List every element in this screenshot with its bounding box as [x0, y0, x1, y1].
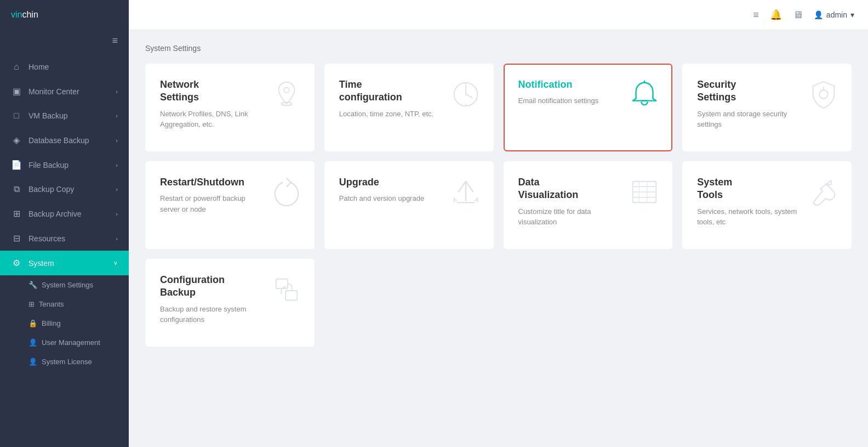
main-area: ≡ 🔔 🖥 👤 admin ▾ System Settings NetworkS… — [129, 0, 868, 447]
sidebar-item-label: Backup Copy — [28, 185, 116, 194]
card-configbackup-title: ConfigurationBackup — [160, 274, 265, 299]
resources-icon: ⊟ — [11, 233, 22, 244]
sidebar-item-resources[interactable]: ⊟ Resources › — [0, 226, 129, 251]
sidebar-sub-label: System License — [42, 358, 92, 366]
card-system-tools[interactable]: SystemTools Services, network tools, sys… — [682, 161, 852, 249]
card-time-desc: Location, time zone, NTP, etc. — [339, 109, 444, 120]
card-restart-desc: Restart or poweroff backup server or nod… — [160, 193, 265, 214]
sidebar-item-label: File Backup — [28, 161, 116, 169]
card-security-text: SecuritySettings System and storage secu… — [697, 78, 802, 130]
sidebar-item-db-backup[interactable]: ◈ Database Backup › — [0, 128, 129, 152]
sidebar-item-label: Resources — [28, 234, 116, 243]
card-network-title: NetworkSettings — [160, 78, 265, 104]
svg-point-1 — [284, 87, 289, 93]
card-notification[interactable]: Notification Email notification settings — [504, 64, 673, 151]
card-time-config[interactable]: Timeconfiguration Location, time zone, N… — [324, 64, 494, 151]
billing-icon: 🔒 — [28, 319, 37, 327]
card-dataviz-desc: Customize title for data visualization — [518, 206, 624, 228]
sidebar-nav: ⌂ Home ▣ Monitor Center › □ VM Backup › … — [0, 55, 129, 447]
sidebar-item-label: System — [28, 259, 113, 268]
sidebar-sub-label: System Settings — [42, 281, 93, 289]
home-icon: ⌂ — [11, 62, 22, 72]
sidebar-item-system-license[interactable]: 👤 System License — [0, 352, 129, 371]
sidebar-item-user-management[interactable]: 👤 User Management — [0, 333, 129, 352]
svg-rect-19 — [285, 291, 297, 300]
user-mgmt-icon: 👤 — [28, 338, 37, 347]
card-restart-title: Restart/Shutdown — [160, 176, 265, 189]
wrench-icon: 🔧 — [28, 281, 37, 289]
svg-line-4 — [466, 94, 472, 98]
sidebar-toggle-area: ≡ — [0, 30, 129, 55]
chevron-right-icon: › — [116, 235, 118, 242]
card-configbackup-desc: Backup and restore system configurations — [160, 304, 265, 325]
chevron-right-icon: › — [116, 162, 118, 168]
list-icon[interactable]: ≡ — [753, 9, 759, 21]
monitor-icon: ▣ — [11, 86, 22, 97]
user-icon: 👤 — [814, 10, 823, 19]
card-data-visualization[interactable]: DataVisualization Customize title for da… — [504, 161, 673, 249]
card-upgrade[interactable]: Upgrade Patch and version upgrade — [324, 161, 494, 249]
card-systemtools-title: SystemTools — [697, 176, 802, 202]
sidebar-item-file-backup[interactable]: 📄 File Backup › — [0, 152, 129, 177]
card-upgrade-title: Upgrade — [339, 176, 444, 189]
vm-icon: □ — [11, 111, 22, 121]
sidebar-item-backup-archive[interactable]: ⊞ Backup Archive › — [0, 201, 129, 226]
logo: vinchin — [0, 0, 129, 30]
card-network-desc: Network Profiles, DNS, Link Aggregation,… — [160, 109, 265, 130]
tools-icon — [808, 176, 840, 214]
config-backup-icon — [271, 274, 302, 312]
sidebar-item-label: Monitor Center — [28, 87, 116, 96]
location-icon — [271, 78, 302, 117]
license-icon: 👤 — [28, 358, 37, 366]
tenants-icon: ⊞ — [28, 300, 35, 308]
sidebar-sub-label: User Management — [42, 338, 100, 347]
chevron-right-icon: › — [116, 186, 118, 193]
bell-icon[interactable]: 🔔 — [770, 9, 782, 21]
file-icon: 📄 — [11, 160, 22, 170]
sidebar-item-system-settings[interactable]: 🔧 System Settings — [0, 275, 129, 295]
archive-icon: ⊞ — [11, 208, 22, 219]
card-network-settings[interactable]: NetworkSettings Network Profiles, DNS, L… — [145, 64, 315, 151]
svg-point-9 — [819, 90, 827, 98]
card-notification-title: Notification — [518, 78, 624, 91]
chevron-right-icon: › — [116, 137, 118, 144]
card-restart-shutdown[interactable]: Restart/Shutdown Restart or poweroff bac… — [145, 161, 315, 249]
sidebar-item-monitor[interactable]: ▣ Monitor Center › — [0, 79, 129, 104]
copy-icon: ⧉ — [11, 184, 22, 194]
card-notification-text: Notification Email notification settings — [518, 78, 624, 106]
card-upgrade-text: Upgrade Patch and version upgrade — [339, 176, 444, 204]
restart-icon — [271, 176, 302, 214]
sidebar-item-billing[interactable]: 🔒 Billing — [0, 314, 129, 333]
settings-grid: NetworkSettings Network Profiles, DNS, L… — [145, 64, 852, 347]
sidebar-item-label: Backup Archive — [28, 210, 116, 218]
monitor-icon[interactable]: 🖥 — [793, 9, 803, 21]
user-menu[interactable]: 👤 admin ▾ — [814, 10, 854, 19]
chevron-right-icon: › — [116, 88, 118, 95]
card-time-title: Timeconfiguration — [339, 78, 444, 104]
card-upgrade-desc: Patch and version upgrade — [339, 193, 444, 204]
sidebar-item-vm-backup[interactable]: □ VM Backup › — [0, 104, 129, 128]
sidebar-item-tenants[interactable]: ⊞ Tenants — [0, 295, 129, 314]
card-configbackup-text: ConfigurationBackup Backup and restore s… — [160, 274, 265, 325]
topbar: ≡ 🔔 🖥 👤 admin ▾ — [129, 0, 868, 30]
hamburger-icon[interactable]: ≡ — [112, 35, 118, 47]
sidebar-item-home[interactable]: ⌂ Home — [0, 55, 129, 79]
db-icon: ◈ — [11, 135, 22, 145]
card-time-text: Timeconfiguration Location, time zone, N… — [339, 78, 444, 119]
upload-icon — [450, 176, 482, 214]
sidebar: vinchin ≡ ⌂ Home ▣ Monitor Center › □ VM… — [0, 0, 129, 447]
sidebar-item-system[interactable]: ⚙ System ∨ — [0, 251, 129, 275]
user-chevron-icon: ▾ — [850, 10, 854, 19]
card-dataviz-title: DataVisualization — [518, 176, 624, 202]
bell-notification-icon — [629, 78, 660, 117]
card-config-backup[interactable]: ConfigurationBackup Backup and restore s… — [145, 259, 315, 347]
card-security-desc: System and storage security settings — [697, 109, 802, 130]
user-label: admin — [826, 10, 847, 19]
page-content: System Settings NetworkSettings Network … — [129, 30, 868, 447]
card-security-title: SecuritySettings — [697, 78, 802, 104]
sidebar-sub-label: Tenants — [39, 300, 64, 308]
clock-icon — [450, 78, 482, 117]
sidebar-item-backup-copy[interactable]: ⧉ Backup Copy › — [0, 177, 129, 201]
card-systemtools-text: SystemTools Services, network tools, sys… — [697, 176, 802, 228]
card-security-settings[interactable]: SecuritySettings System and storage secu… — [682, 64, 852, 151]
